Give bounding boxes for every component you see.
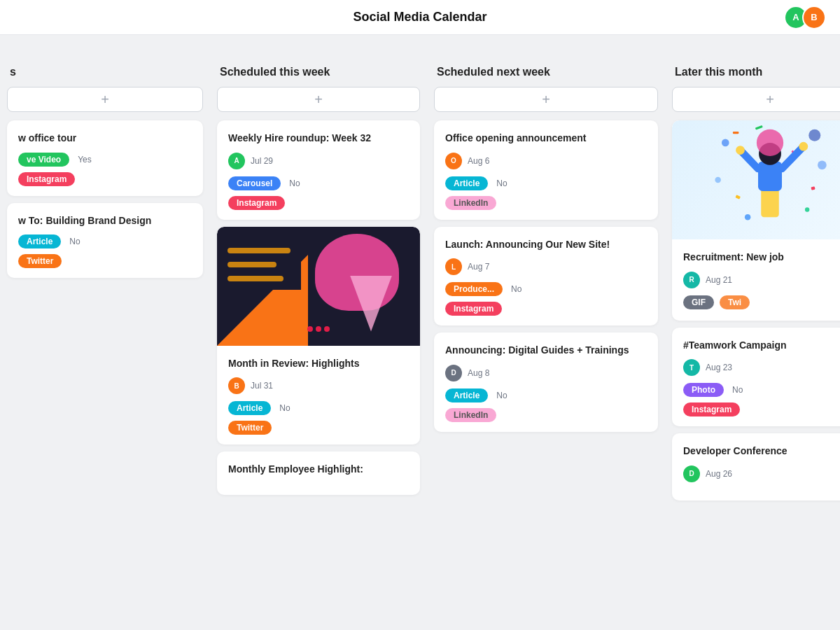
card-title: Month in Review: Highlights: [228, 357, 409, 371]
tag-live-video: ve Video: [18, 153, 69, 167]
add-card-ideas[interactable]: +: [7, 87, 203, 112]
approved-no: No: [289, 178, 300, 188]
card-launch-new-site: Launch: Announcing Our New Site! L Aug 7…: [434, 227, 658, 326]
column-later: Later this month +: [665, 49, 840, 630]
card-title: Developer Conference: [683, 444, 840, 458]
top-bar: Social Media Calendar A B: [0, 0, 840, 35]
svg-rect-7: [761, 188, 779, 218]
card-avatar: D: [683, 465, 700, 482]
svg-rect-8: [758, 161, 782, 191]
tag-twitter: Twitter: [228, 421, 272, 435]
column-this-week: Scheduled this week + Weekly Hire roundu…: [210, 49, 427, 630]
svg-point-2: [818, 160, 827, 169]
card-avatar: D: [445, 365, 462, 382]
card-monthly-employee: Monthly Employee Highlight:: [217, 451, 420, 495]
card-title: w To: Building Brand Design: [18, 214, 192, 228]
add-card-next-week[interactable]: +: [434, 87, 658, 112]
tag-photo: Photo: [683, 383, 724, 397]
approved-no: No: [279, 403, 290, 413]
svg-rect-4: [733, 132, 739, 134]
svg-point-1: [808, 130, 820, 141]
avatar-2: B: [802, 6, 826, 29]
tag-linkedin: LinkedIn: [445, 408, 496, 422]
column-next-week: Scheduled next week + Office opening ann…: [427, 49, 665, 630]
svg-point-14: [757, 130, 783, 156]
tag-gif: GIF: [683, 295, 714, 309]
column-header-this-week: Scheduled this week: [217, 66, 420, 78]
svg-point-3: [715, 177, 721, 183]
card-image: [217, 227, 420, 346]
tag-carousel: Carousel: [228, 176, 281, 190]
svg-point-17: [745, 214, 751, 220]
svg-rect-15: [735, 195, 741, 200]
add-card-later[interactable]: +: [672, 87, 840, 112]
tag-twitter: Twitter: [18, 254, 62, 268]
card-date: Aug 6: [468, 156, 489, 166]
column-header-later: Later this month: [672, 66, 840, 78]
card-illustration: [672, 120, 840, 239]
tag-instagram: Instagram: [228, 196, 285, 210]
card-new-office-tour: w office tour ve Video Yes Instagram: [7, 120, 203, 196]
card-recruitment: Recruitment: New job R Aug 21 GIF Twi: [672, 120, 840, 321]
approved-no: No: [496, 178, 507, 188]
card-avatar: R: [683, 272, 700, 288]
card-date: Jul 29: [251, 156, 273, 166]
card-title: Launch: Announcing Our New Site!: [445, 238, 647, 252]
card-avatar: L: [445, 258, 462, 275]
add-card-this-week[interactable]: +: [217, 87, 420, 112]
svg-point-12: [736, 146, 745, 155]
card-avatar: T: [683, 359, 700, 376]
avatar-group: A B: [788, 6, 826, 29]
svg-point-13: [799, 142, 808, 151]
tag-linkedin: LinkedIn: [445, 196, 496, 210]
tag-article: Article: [228, 401, 271, 415]
card-avatar: B: [228, 377, 245, 394]
card-date: Aug 23: [706, 363, 732, 372]
svg-rect-16: [811, 186, 815, 190]
tag-article: Article: [18, 234, 61, 248]
tag-instagram: Instagram: [683, 402, 740, 416]
card-title: Weekly Hire roundup: Week 32: [228, 132, 409, 146]
approved-no: No: [732, 385, 743, 395]
card-avatar: O: [445, 153, 462, 169]
card-date: Aug 21: [706, 275, 732, 285]
tag-produce: Produce...: [445, 282, 503, 296]
card-date: Aug 8: [468, 368, 489, 378]
column-header-ideas: s: [7, 66, 203, 78]
card-date: Aug 26: [706, 469, 732, 479]
card-title: Announcing: Digital Guides + Trainings: [445, 344, 647, 358]
card-office-opening: Office opening announcement O Aug 6 Arti…: [434, 120, 658, 220]
card-date: Aug 7: [468, 262, 489, 272]
card-weekly-hire: Weekly Hire roundup: Week 32 A Jul 29 Ca…: [217, 120, 420, 220]
tag-instagram: Instagram: [445, 302, 502, 316]
svg-line-11: [782, 146, 804, 169]
svg-point-0: [722, 139, 729, 147]
card-title: #Teamwork Campaign: [683, 339, 840, 353]
svg-point-18: [805, 207, 809, 211]
card-title: Office opening announcement: [445, 132, 647, 146]
tag-twitter-partial: Twi: [720, 295, 750, 309]
card-date: Jul 31: [251, 381, 273, 391]
card-title: Monthly Employee Highlight:: [228, 463, 409, 477]
card-building-brand: w To: Building Brand Design Article No T…: [7, 203, 203, 279]
card-title: Recruitment: New job: [683, 251, 840, 265]
card-dev-conference: Developer Conference D Aug 26: [672, 433, 840, 500]
approved-yes: Yes: [78, 155, 92, 164]
approved-no: No: [511, 284, 522, 294]
card-month-review: Month in Review: Highlights B Jul 31 Art…: [217, 227, 420, 445]
approved-no: No: [69, 237, 80, 246]
card-digital-guides: Announcing: Digital Guides + Trainings D…: [434, 332, 658, 432]
tag-instagram: Instagram: [18, 172, 75, 186]
column-header-next-week: Scheduled next week: [434, 66, 658, 78]
tag-article: Article: [445, 388, 488, 402]
page-title: Social Media Calendar: [353, 10, 486, 24]
approved-no: No: [496, 391, 507, 400]
card-title: w office tour: [18, 132, 192, 146]
board-area: s + w office tour ve Video Yes Instagram…: [0, 35, 840, 630]
column-ideas: s + w office tour ve Video Yes Instagram…: [0, 49, 210, 630]
card-teamwork: #Teamwork Campaign T Aug 23 Photo No Ins…: [672, 328, 840, 427]
card-avatar: A: [228, 153, 245, 169]
tag-article: Article: [445, 176, 488, 190]
svg-rect-6: [755, 125, 763, 130]
